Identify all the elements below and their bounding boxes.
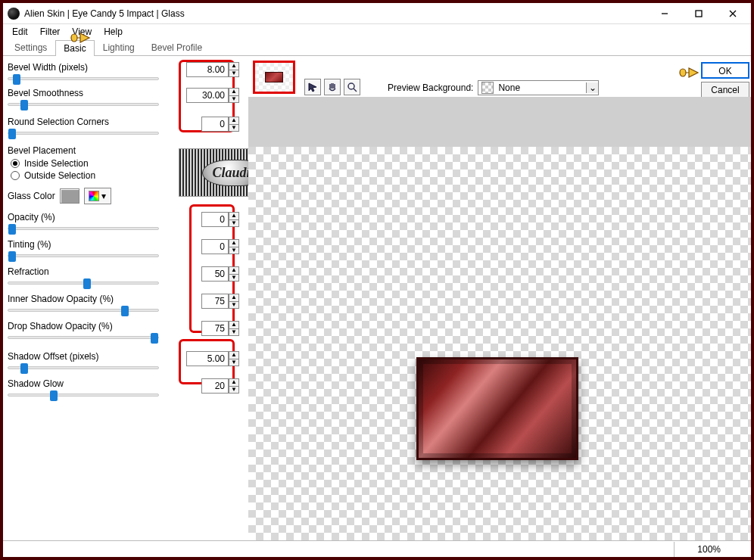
tab-bar: Settings Basic Lighting Bevel Profile [3, 39, 751, 56]
preview-bg-label: Preview Background: [388, 82, 473, 93]
tab-settings[interactable]: Settings [6, 39, 55, 55]
svg-point-7 [680, 69, 686, 76]
radio-outside-label: Outside Selection [24, 170, 95, 181]
shadow-glow-slider[interactable] [8, 394, 159, 397]
window-title: Alien Skin | Eye Candy 5 Impact | Glass [24, 8, 647, 19]
svg-line-6 [354, 89, 357, 92]
radio-icon [11, 159, 20, 168]
cancel-button[interactable]: Cancel [701, 82, 749, 98]
title-bar: Alien Skin | Eye Candy 5 Impact | Glass [3, 3, 751, 24]
radio-icon [11, 171, 20, 180]
svg-point-5 [348, 83, 354, 89]
bevel-smoothness-spinner[interactable] [229, 88, 239, 103]
app-icon [8, 8, 20, 20]
tab-bevel-profile[interactable]: Bevel Profile [143, 39, 210, 55]
inner-shadow-slider[interactable] [8, 309, 159, 312]
pointer-tool[interactable] [304, 79, 321, 95]
ok-button[interactable]: OK [701, 62, 749, 79]
preview-toolbar-bg [248, 97, 751, 147]
radio-inside-label: Inside Selection [24, 158, 89, 169]
basic-panel: Bevel Width (pixels) Bevel Smoothness Ro… [8, 59, 247, 400]
menu-view[interactable]: View [67, 25, 96, 39]
round-corners-input[interactable] [201, 117, 229, 132]
preview-thumbnail[interactable] [253, 61, 295, 94]
pointer-hand-icon [678, 62, 699, 80]
tinting-slider[interactable] [8, 254, 159, 257]
hand-tool[interactable] [324, 79, 341, 95]
drop-shadow-slider[interactable] [8, 336, 159, 339]
preview-bg-value: None [497, 82, 586, 93]
refraction-slider[interactable] [8, 282, 159, 285]
chevron-down-icon: ⌄ [586, 82, 598, 93]
preview-bg-combo[interactable]: None ⌄ [478, 80, 599, 95]
close-button[interactable] [715, 3, 749, 24]
tinting-input[interactable] [201, 239, 229, 254]
status-bar: 100% [3, 540, 751, 557]
menu-filter[interactable]: Filter [36, 25, 65, 39]
opacity-spinner[interactable] [229, 212, 239, 227]
round-corners-spinner[interactable] [229, 117, 239, 132]
thumbnail-bar: Preview Background: None ⌄ OK Cancel [248, 59, 751, 97]
menu-edit[interactable]: Edit [8, 25, 33, 39]
menu-bar: Edit Filter View Help [3, 24, 751, 39]
bevel-smoothness-input[interactable] [186, 88, 229, 103]
shadow-glow-spinner[interactable] [229, 378, 239, 394]
refraction-input[interactable] [201, 266, 229, 282]
menu-help[interactable]: Help [99, 25, 127, 39]
preview-result-image [416, 357, 578, 460]
maximize-button[interactable] [681, 3, 715, 24]
opacity-slider[interactable] [8, 227, 159, 230]
zoom-tool[interactable] [344, 79, 360, 95]
tab-lighting[interactable]: Lighting [95, 39, 143, 55]
glass-color-swatch[interactable] [60, 188, 79, 204]
preview-canvas[interactable] [248, 147, 751, 540]
rainbow-icon [89, 191, 99, 201]
zoom-level[interactable]: 100% [674, 542, 743, 557]
tinting-spinner[interactable] [229, 239, 239, 254]
tab-basic[interactable]: Basic [55, 40, 94, 56]
glass-color-label: Glass Color [8, 191, 55, 201]
shadow-glow-input[interactable] [201, 378, 229, 394]
shadow-offset-slider[interactable] [8, 366, 159, 369]
glass-color-picker[interactable]: ▾ [84, 188, 111, 204]
bevel-width-input[interactable] [186, 62, 229, 77]
svg-rect-1 [696, 11, 702, 17]
chevron-down-icon: ▾ [101, 191, 106, 201]
drop-shadow-input[interactable] [201, 321, 229, 336]
round-corners-slider[interactable] [8, 132, 159, 135]
drop-shadow-spinner[interactable] [229, 321, 239, 336]
bevel-smoothness-slider[interactable] [8, 103, 159, 106]
minimize-button[interactable] [647, 3, 681, 24]
inner-shadow-input[interactable] [201, 294, 229, 309]
shadow-offset-spinner[interactable] [229, 351, 239, 366]
transparency-swatch-icon [481, 82, 494, 94]
preview-area: Preview Background: None ⌄ OK Cancel [248, 59, 751, 540]
shadow-offset-input[interactable] [186, 351, 229, 366]
inner-shadow-spinner[interactable] [229, 294, 239, 309]
bevel-width-spinner[interactable] [229, 62, 239, 77]
refraction-spinner[interactable] [229, 266, 239, 282]
bevel-width-slider[interactable] [8, 77, 159, 80]
opacity-input[interactable] [201, 212, 229, 227]
